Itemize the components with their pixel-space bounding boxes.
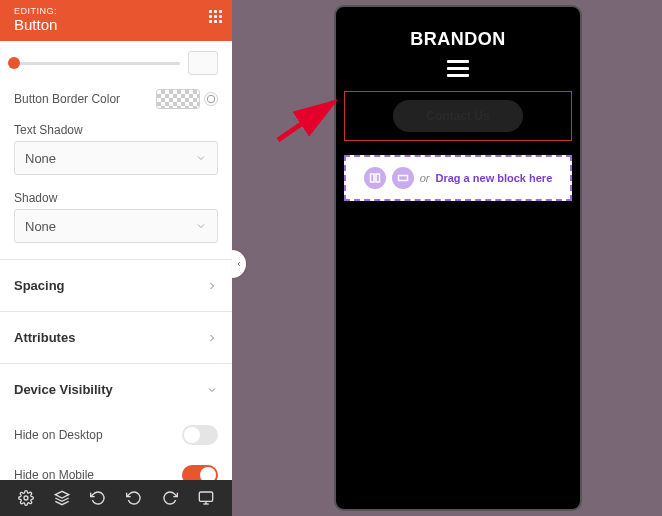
chevron-down-icon: [195, 152, 207, 164]
collapse-sidebar-button[interactable]: [232, 250, 246, 278]
border-color-row: Button Border Color: [14, 89, 218, 109]
hamburger-menu-icon[interactable]: [447, 60, 469, 77]
svg-rect-7: [376, 174, 380, 182]
svg-rect-8: [398, 176, 407, 181]
sidebar-body: Button Border Color Text Shadow None Sha…: [0, 41, 232, 480]
undo-icon[interactable]: [123, 487, 145, 509]
hide-mobile-toggle[interactable]: [182, 465, 218, 480]
section-spacing[interactable]: Spacing: [14, 260, 218, 311]
desktop-preview-icon[interactable]: [195, 487, 217, 509]
sidebar-footer: [0, 480, 232, 516]
hide-desktop-toggle[interactable]: [182, 425, 218, 445]
svg-rect-3: [199, 492, 212, 501]
svg-point-1: [24, 496, 28, 500]
border-color-swatch[interactable]: [156, 89, 200, 109]
chevron-left-icon: [235, 259, 243, 269]
svg-marker-2: [55, 491, 68, 498]
border-width-input[interactable]: [188, 51, 218, 75]
shadow-select[interactable]: None: [14, 209, 218, 243]
text-shadow-value: None: [25, 151, 56, 166]
border-color-label: Button Border Color: [14, 92, 120, 106]
settings-icon[interactable]: [15, 487, 37, 509]
selected-block-outline[interactable]: Contact Us: [344, 91, 572, 141]
chevron-down-icon: [195, 220, 207, 232]
editing-title: Button: [14, 16, 218, 33]
mobile-preview: BRANDON Contact Us or Drag a new block h…: [334, 5, 582, 511]
contact-us-button[interactable]: Contact Us: [393, 100, 523, 132]
drag-handle-icon[interactable]: [209, 10, 222, 23]
text-shadow-select[interactable]: None: [14, 141, 218, 175]
svg-rect-6: [370, 174, 374, 182]
text-shadow-label: Text Shadow: [14, 123, 218, 137]
layers-icon[interactable]: [51, 487, 73, 509]
redo-icon[interactable]: [159, 487, 181, 509]
border-width-slider[interactable]: [14, 62, 180, 65]
shadow-value: None: [25, 219, 56, 234]
svg-point-0: [207, 95, 215, 103]
hide-mobile-row: Hide on Mobile: [14, 455, 218, 480]
shadow-label: Shadow: [14, 191, 218, 205]
editing-label: EDITING:: [14, 6, 218, 16]
color-picker-icon[interactable]: [204, 92, 218, 106]
hide-desktop-row: Hide on Desktop: [14, 415, 218, 455]
section-device-visibility[interactable]: Device Visibility: [14, 364, 218, 415]
chevron-down-icon: [206, 384, 218, 396]
sidebar-header: EDITING: Button: [0, 0, 232, 41]
preview-brand: BRANDON: [336, 7, 580, 50]
drop-zone[interactable]: or Drag a new block here: [344, 155, 572, 201]
drop-text: Drag a new block here: [436, 172, 553, 184]
history-icon[interactable]: [87, 487, 109, 509]
chevron-right-icon: [206, 332, 218, 344]
section-block-icon[interactable]: [392, 167, 414, 189]
section-attributes[interactable]: Attributes: [14, 312, 218, 363]
drop-or: or: [420, 172, 430, 184]
border-width-row: [14, 51, 218, 75]
columns-block-icon[interactable]: [364, 167, 386, 189]
chevron-right-icon: [206, 280, 218, 292]
editor-sidebar: EDITING: Button Button Border Color Text…: [0, 0, 232, 516]
